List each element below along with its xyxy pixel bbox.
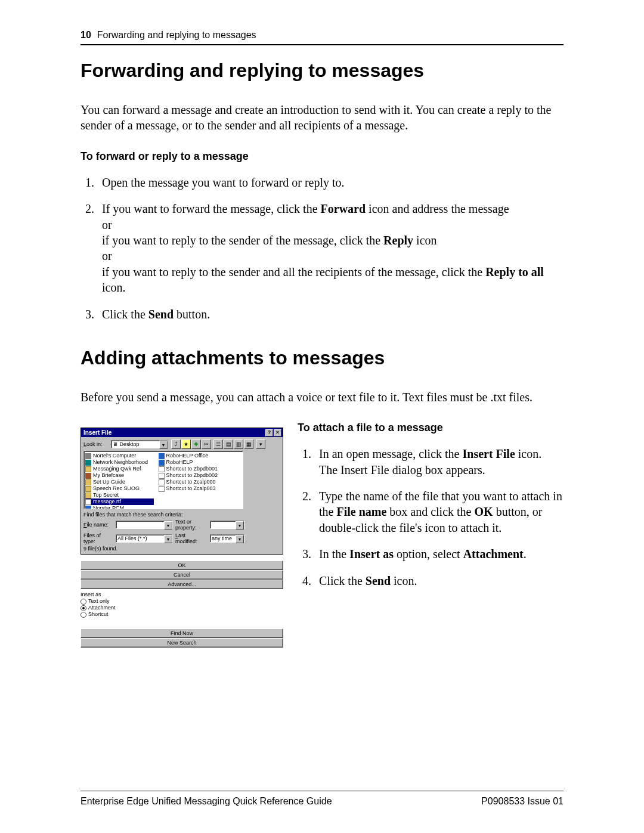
fold-icon xyxy=(85,493,91,498)
file-item[interactable]: RoboHELP Office xyxy=(159,453,218,459)
step: Open the message you want to forward or … xyxy=(97,175,564,190)
file-item[interactable]: Norstar PCM xyxy=(85,505,154,509)
lookin-label: Look in: xyxy=(83,441,111,447)
file-item[interactable]: My Briefcase xyxy=(85,472,154,479)
ok-button[interactable]: OK xyxy=(80,561,283,570)
file-item[interactable]: Shortcut to Zcalp000 xyxy=(159,479,218,485)
find-now-button[interactable]: Find Now xyxy=(80,628,283,638)
net-icon xyxy=(85,460,91,466)
file-item[interactable]: Shortcut to Zbpdb001 xyxy=(159,466,218,472)
find-criteria-label: Find files that match these search crite… xyxy=(83,512,280,518)
textprop-field[interactable]: ▼ xyxy=(210,521,244,529)
cut-icon[interactable]: ✂ xyxy=(202,439,211,449)
attach-steps-column: To attach a file to a message In an open… xyxy=(298,422,564,600)
status-text: 9 file(s) found. xyxy=(83,544,280,552)
file-item-label: Speech Rec SUOG xyxy=(93,485,140,492)
new-search-button[interactable]: New Search xyxy=(80,638,283,648)
short-icon xyxy=(159,486,165,492)
file-item-label: Shortcut to Zcalp003 xyxy=(166,485,216,492)
document-page: 10 Forwarding and replying to messages F… xyxy=(0,0,644,833)
file-item[interactable]: message.rtf xyxy=(85,498,154,505)
file-list[interactable]: Nortel's ComputerNetwork NeighborhoodMes… xyxy=(83,451,243,509)
advanced-button[interactable]: Advanced... xyxy=(80,580,283,589)
commands-icon[interactable]: ▾ xyxy=(256,439,265,449)
new-folder-icon[interactable]: ✚ xyxy=(191,439,201,449)
fold-icon xyxy=(85,486,91,492)
dialog-titlebar: Insert File ? × xyxy=(81,428,283,437)
close-icon[interactable]: × xyxy=(274,429,281,436)
chevron-down-icon[interactable]: ▼ xyxy=(164,521,172,529)
cancel-button[interactable]: Cancel xyxy=(80,570,283,580)
help-icon[interactable]: ? xyxy=(265,429,273,436)
step: In an open message, click the Insert Fil… xyxy=(314,446,564,478)
chevron-down-icon[interactable]: ▼ xyxy=(164,535,172,543)
ui-ref-insert-as: Insert as xyxy=(349,547,394,561)
step-text: icon and address the message xyxy=(366,202,509,215)
file-item[interactable]: Set Up Guide xyxy=(85,479,154,485)
chevron-down-icon[interactable]: ▼ xyxy=(159,441,168,449)
radio-shortcut[interactable]: Shortcut xyxy=(80,611,283,618)
lookin-combo[interactable]: 🖥 Desktop ▼ xyxy=(111,440,168,448)
file-item[interactable]: Shortcut to Zbpdb002 xyxy=(159,472,218,479)
file-item-label: RoboHELP Office xyxy=(166,453,209,459)
file-item[interactable]: Shortcut to Zcalp003 xyxy=(159,485,218,492)
file-item-label: Top Secret xyxy=(93,492,119,498)
radio-text-only[interactable]: Text only xyxy=(80,598,283,605)
ui-ref-send: Send xyxy=(366,574,391,587)
short-icon xyxy=(159,479,165,485)
lookin-value: 🖥 Desktop xyxy=(113,441,140,447)
file-item-label: Shortcut to Zbpdb001 xyxy=(166,466,218,472)
preview-icon[interactable]: ▦ xyxy=(244,439,253,449)
fold-icon xyxy=(85,466,91,472)
insert-as-label: Insert as xyxy=(80,592,283,597)
up-one-level-icon[interactable]: ⤴ xyxy=(171,439,181,449)
details-view-icon[interactable]: ▤ xyxy=(224,439,233,449)
step: Click the Send icon. xyxy=(314,573,564,589)
lastmod-field[interactable]: any time▼ xyxy=(210,534,244,543)
file-item[interactable]: Speech Rec SUOG xyxy=(85,485,154,492)
dialog-title: Insert File xyxy=(83,429,112,436)
file-item[interactable]: Network Neighborhood xyxy=(85,459,154,466)
step-text: if you want to reply to the sender and a… xyxy=(102,265,485,278)
footer-right: P0908533 Issue 01 xyxy=(481,796,564,807)
app-icon xyxy=(159,460,165,466)
file-item[interactable]: RoboHELP xyxy=(159,459,218,466)
filesoftype-field[interactable]: All Files (*.*)▼ xyxy=(116,534,173,543)
radio-attachment[interactable]: Attachment xyxy=(80,605,283,611)
insert-file-dialog: Insert File ? × Look in: 🖥 Desktop ▼ xyxy=(80,428,283,555)
section-heading-attachments: Adding attachments to messages xyxy=(80,347,564,369)
file-item[interactable]: Nortel's Computer xyxy=(85,453,154,459)
step-text: button. xyxy=(174,308,210,321)
ui-ref-forward: Forward xyxy=(321,202,366,215)
file-item[interactable]: Top Secret xyxy=(85,492,154,498)
filename-field[interactable]: ▼ xyxy=(116,521,173,529)
running-title: Forwarding and replying to messages xyxy=(97,30,256,41)
step: If you want to forward the message, clic… xyxy=(97,201,564,295)
file-item-label: RoboHELP xyxy=(166,459,193,466)
step: In the Insert as option, select Attachme… xyxy=(314,546,564,562)
favorites-icon[interactable]: ★ xyxy=(181,439,191,449)
section-heading-forwarding: Forwarding and replying to messages xyxy=(80,60,564,82)
app-icon xyxy=(85,506,91,510)
file-item-label: Messaging Qwk Ref xyxy=(93,466,141,472)
chevron-down-icon[interactable]: ▼ xyxy=(236,535,244,543)
section1-intro: You can forward a message and create an … xyxy=(80,102,564,134)
step-text: box and click the xyxy=(386,505,474,518)
ui-ref-insert-file: Insert File xyxy=(462,447,515,460)
step-text: . xyxy=(524,547,527,561)
step-text: Open the message you want to forward or … xyxy=(102,176,345,189)
file-item-label: My Briefcase xyxy=(93,472,124,479)
file-item-label: Shortcut to Zbpdb002 xyxy=(166,472,218,479)
properties-icon[interactable]: ▥ xyxy=(234,439,243,449)
section1-steps: Open the message you want to forward or … xyxy=(80,175,564,322)
running-header: 10 Forwarding and replying to messages xyxy=(80,30,564,45)
list-view-icon[interactable]: ☰ xyxy=(213,439,223,449)
file-item[interactable]: Messaging Qwk Ref xyxy=(85,466,154,472)
ui-ref-reply: Reply xyxy=(383,234,413,247)
brief-icon xyxy=(85,473,91,479)
step-text: icon. xyxy=(102,281,125,294)
step-text: or xyxy=(102,249,112,262)
filesoftype-label: Files of type: xyxy=(83,532,113,544)
section2-subhead: To attach a file to a message xyxy=(298,422,564,434)
chevron-down-icon[interactable]: ▼ xyxy=(236,521,244,529)
